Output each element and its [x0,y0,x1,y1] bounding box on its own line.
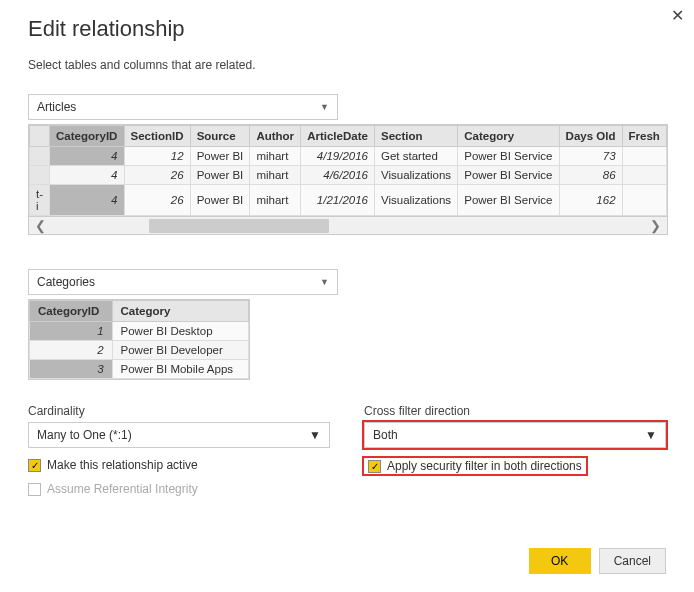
cell: 4 [50,185,124,216]
cell: 1 [30,322,113,341]
cell: mihart [250,185,301,216]
chevron-down-icon: ▼ [320,102,329,112]
scroll-thumb[interactable] [149,219,329,233]
cell: 12 [124,147,190,166]
cell: 86 [559,166,622,185]
cell: 3 [30,360,113,379]
table2-grid: CategoryIDCategory1Power BI Desktop2Powe… [28,299,250,380]
cell: Power BI Mobile Apps [112,360,248,379]
cell: mihart [250,147,301,166]
cell: 2 [30,341,113,360]
table1-select[interactable]: Articles ▼ [28,94,338,120]
cell: Power BI Service [458,185,559,216]
cell: 162 [559,185,622,216]
table1-select-value: Articles [37,100,76,114]
cell [622,147,666,166]
cell: Power BI Developer [112,341,248,360]
cell: 73 [559,147,622,166]
cell [622,166,666,185]
checkbox-unchecked-icon [28,483,41,496]
chevron-down-icon: ▼ [645,428,657,442]
cell: Power BI Desktop [112,322,248,341]
column-header[interactable]: ArticleDate [301,126,375,147]
cell: 4 [50,147,124,166]
cell: 4/6/2016 [301,166,375,185]
crossfilter-value: Both [373,428,398,442]
cell: 4 [50,166,124,185]
cell: Visualizations [375,166,458,185]
cardinality-value: Many to One (*:1) [37,428,132,442]
crossfilter-select[interactable]: Both ▼ [364,422,666,448]
column-header[interactable]: CategoryID [50,126,124,147]
table-row[interactable]: 412Power BImihart4/19/2016Get startedPow… [30,147,667,166]
table-row[interactable]: 2Power BI Developer [30,341,249,360]
checkbox-checked-icon: ✓ [368,460,381,473]
table2-select-value: Categories [37,275,95,289]
table1-grid: CategoryIDSectionIDSourceAuthorArticleDa… [28,124,668,235]
column-header[interactable]: Days Old [559,126,622,147]
cell: 26 [124,185,190,216]
column-header[interactable]: Author [250,126,301,147]
active-checkbox-row[interactable]: ✓ Make this relationship active [28,458,330,472]
cell: Visualizations [375,185,458,216]
dialog-subtitle: Select tables and columns that are relat… [28,58,666,72]
column-header[interactable]: Category [458,126,559,147]
table-row[interactable]: 426Power BImihart4/6/2016VisualizationsP… [30,166,667,185]
table2-select[interactable]: Categories ▼ [28,269,338,295]
cell [622,185,666,216]
checkbox-checked-icon: ✓ [28,459,41,472]
column-header[interactable]: Category [112,301,248,322]
cell: mihart [250,166,301,185]
column-header[interactable]: Fresh [622,126,666,147]
column-header[interactable]: Section [375,126,458,147]
table-row[interactable]: 1Power BI Desktop [30,322,249,341]
chevron-down-icon: ▼ [309,428,321,442]
cell: 4/19/2016 [301,147,375,166]
column-header[interactable]: Source [190,126,250,147]
cell: Get started [375,147,458,166]
cell: Power BI [190,185,250,216]
cancel-button[interactable]: Cancel [599,548,666,574]
cell: Power BI Service [458,166,559,185]
security-checkbox-label: Apply security filter in both directions [387,459,582,473]
cell: Power BI Service [458,147,559,166]
cell: Power BI [190,147,250,166]
security-checkbox-row[interactable]: ✓ Apply security filter in both directio… [364,458,666,474]
horizontal-scrollbar[interactable]: ❮ ❯ [29,216,667,234]
cell: Power BI [190,166,250,185]
referential-checkbox-label: Assume Referential Integrity [47,482,198,496]
cardinality-label: Cardinality [28,404,330,418]
ok-button[interactable]: OK [529,548,591,574]
chevron-down-icon: ▼ [320,277,329,287]
table-row[interactable]: t-i426Power BImihart1/21/2016Visualizati… [30,185,667,216]
crossfilter-label: Cross filter direction [364,404,666,418]
referential-checkbox-row: Assume Referential Integrity [28,482,330,496]
cardinality-select[interactable]: Many to One (*:1) ▼ [28,422,330,448]
table-row[interactable]: 3Power BI Mobile Apps [30,360,249,379]
cell: 1/21/2016 [301,185,375,216]
close-icon[interactable]: ✕ [671,6,684,25]
scroll-right-icon[interactable]: ❯ [650,218,661,233]
cell: 26 [124,166,190,185]
column-header[interactable]: SectionID [124,126,190,147]
scroll-left-icon[interactable]: ❮ [35,218,46,233]
dialog-title: Edit relationship [28,16,666,42]
column-header[interactable]: CategoryID [30,301,113,322]
active-checkbox-label: Make this relationship active [47,458,198,472]
